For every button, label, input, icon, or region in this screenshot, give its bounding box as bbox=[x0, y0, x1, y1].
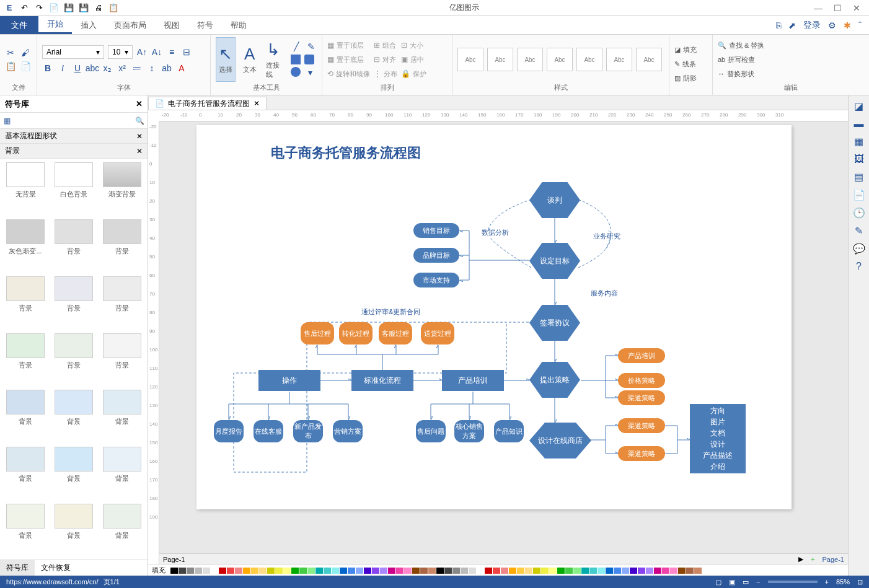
redo-icon[interactable]: ↷ bbox=[33, 2, 45, 14]
style-7[interactable]: Abc bbox=[636, 48, 662, 71]
window-controls: — ☐ ✕ bbox=[805, 3, 869, 13]
close-icon[interactable]: ✕ bbox=[853, 3, 860, 13]
paste-icon[interactable]: 📄 bbox=[20, 61, 31, 72]
align-icon[interactable]: ≡ bbox=[166, 46, 177, 58]
size[interactable]: ⊡大小 bbox=[401, 40, 426, 51]
undo-icon[interactable]: ↶ bbox=[19, 2, 30, 14]
highlight-icon[interactable]: ab bbox=[161, 63, 172, 74]
export-icon[interactable]: 📋 bbox=[108, 2, 119, 14]
select-tool[interactable]: ↖选择 bbox=[216, 37, 236, 82]
spell-check[interactable]: ab拼写检查 bbox=[718, 54, 764, 66]
protect[interactable]: 🔒保护 bbox=[401, 68, 426, 80]
new-icon[interactable]: 📄 bbox=[48, 2, 60, 14]
settings-icon[interactable]: ⚙ bbox=[828, 20, 836, 30]
align[interactable]: ⊟对齐 bbox=[374, 54, 397, 66]
valign-icon[interactable]: ⊟ bbox=[181, 46, 192, 58]
group-tools-label: 基本工具 bbox=[216, 83, 317, 92]
copy-icon[interactable]: 📋 bbox=[5, 61, 16, 72]
tab-view[interactable]: 视图 bbox=[155, 16, 188, 34]
collapse-ribbon-icon[interactable]: ˆ bbox=[858, 20, 862, 30]
style-1[interactable]: Abc bbox=[457, 48, 483, 71]
style-6[interactable]: Abc bbox=[606, 48, 632, 71]
pen-icon[interactable]: ✎ bbox=[306, 41, 317, 52]
font-select[interactable]: Arial▾ bbox=[42, 45, 104, 59]
open-icon[interactable]: 💾 bbox=[63, 2, 74, 14]
grow-font-icon[interactable]: A↑ bbox=[136, 46, 148, 58]
tab-help[interactable]: 帮助 bbox=[222, 16, 255, 34]
file-menu[interactable]: 文件 bbox=[0, 16, 38, 34]
share-cloud-icon[interactable]: ⎘ bbox=[776, 20, 781, 30]
format-painter-icon[interactable]: 🖌 bbox=[20, 47, 31, 58]
share-icon[interactable]: ⬈ bbox=[788, 20, 796, 30]
shrink-font-icon[interactable]: A↓ bbox=[151, 46, 162, 58]
replace-shape[interactable]: ↔替换形状 bbox=[718, 68, 764, 80]
cut-icon[interactable]: ✂ bbox=[5, 47, 16, 58]
group-edit-label: 编辑 bbox=[718, 83, 864, 92]
tab-home[interactable]: 开始 bbox=[38, 16, 72, 34]
distribute[interactable]: ⋮分布 bbox=[374, 68, 397, 80]
style-4[interactable]: Abc bbox=[547, 48, 573, 71]
save-icon[interactable]: 💾 bbox=[78, 2, 89, 14]
fill-btn[interactable]: ◪填充 bbox=[674, 44, 697, 56]
rect-shape-icon[interactable] bbox=[291, 55, 301, 64]
sup-icon[interactable]: x² bbox=[117, 63, 128, 74]
bullets-icon[interactable]: ≔ bbox=[131, 63, 143, 74]
font-color-icon[interactable]: A bbox=[176, 63, 187, 74]
line-icon[interactable]: ╱ bbox=[291, 41, 302, 52]
titlebar: E ↶ ↷ 📄 💾 💾 🖨 📋 亿图图示 — ☐ ✕ bbox=[0, 0, 869, 16]
login-link[interactable]: 登录 bbox=[803, 20, 821, 31]
bold-icon[interactable]: B bbox=[42, 63, 53, 74]
connector-tool[interactable]: ↳连接线 bbox=[263, 37, 283, 82]
rotate-mirror[interactable]: ⟲旋转和镜像 bbox=[327, 68, 370, 80]
text-tool[interactable]: A文本 bbox=[239, 37, 259, 82]
menubar: 文件 开始 插入 页面布局 视图 符号 帮助 ⎘ ⬈ 登录 ⚙ ✱ ˆ bbox=[0, 16, 869, 35]
group-file-label: 文件 bbox=[5, 83, 32, 92]
group-arrange-label: 排列 bbox=[327, 83, 447, 92]
app-title: 亿图图示 bbox=[123, 2, 805, 13]
fontsize-select[interactable]: 10▾ bbox=[108, 45, 133, 59]
quick-access-toolbar: E ↶ ↷ 📄 💾 💾 🖨 📋 bbox=[0, 2, 123, 14]
bring-front[interactable]: ▦置于顶层 bbox=[327, 40, 370, 51]
more-shapes-icon[interactable]: ▾ bbox=[304, 67, 315, 78]
minimize-icon[interactable]: — bbox=[814, 3, 823, 13]
group[interactable]: ⊞组合 bbox=[374, 40, 397, 51]
style-5[interactable]: Abc bbox=[576, 48, 602, 71]
style-2[interactable]: Abc bbox=[487, 48, 513, 71]
sub-icon[interactable]: x₂ bbox=[102, 63, 113, 74]
print-icon[interactable]: 🖨 bbox=[93, 2, 104, 14]
find-replace[interactable]: 🔍查找 & 替换 bbox=[718, 40, 764, 51]
spacing-icon[interactable]: ↕ bbox=[146, 63, 157, 74]
tab-layout[interactable]: 页面布局 bbox=[105, 16, 155, 34]
shadow-btn[interactable]: ▨阴影 bbox=[674, 72, 697, 84]
menubar-right: ⎘ ⬈ 登录 ⚙ ✱ ˆ bbox=[776, 16, 869, 34]
logo-icon[interactable]: E bbox=[4, 2, 15, 14]
style-3[interactable]: Abc bbox=[517, 48, 543, 71]
group-font-label: 字体 bbox=[42, 83, 205, 92]
line-btn[interactable]: ✎线条 bbox=[674, 58, 697, 70]
ribbon: ✂🖌 📋📄 文件 Arial▾ 10▾ A↑ A↓ ≡ ⊟ B I U abc … bbox=[0, 35, 869, 95]
group-styles-label: 样式 bbox=[457, 83, 664, 92]
italic-icon[interactable]: I bbox=[57, 63, 68, 74]
rrect-shape-icon[interactable] bbox=[304, 55, 314, 64]
maximize-icon[interactable]: ☐ bbox=[834, 3, 842, 13]
tab-symbol[interactable]: 符号 bbox=[188, 16, 222, 34]
send-back[interactable]: ▦置于底层 bbox=[327, 54, 370, 66]
circle-shape-icon[interactable] bbox=[291, 67, 301, 77]
strike-icon[interactable]: abc bbox=[87, 63, 98, 74]
app-icon[interactable]: ✱ bbox=[844, 20, 851, 30]
underline-icon[interactable]: U bbox=[72, 63, 83, 74]
tab-insert[interactable]: 插入 bbox=[72, 16, 105, 34]
center[interactable]: ▣居中 bbox=[401, 54, 426, 66]
